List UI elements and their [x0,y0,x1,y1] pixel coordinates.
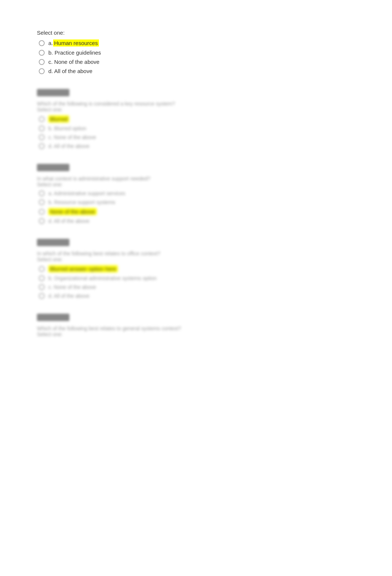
answer-option-3c: None of the above [39,208,355,215]
answer-list-2: Blurred b. Blurred option c. None of the… [39,115,355,149]
radio-4a [39,266,45,272]
answer-list-3: a. Administrative support services b. Re… [39,190,355,224]
radio-3a [39,190,45,196]
answer-option-3d: d. All of the above [39,218,355,224]
answer-option-1c[interactable]: c. None of the above [39,59,355,65]
option-text-2b: b. Blurred option [48,125,86,131]
radio-1c[interactable] [39,59,45,65]
option-text-1a: Human resources [53,39,99,46]
q4-text: In which of the following best relates t… [37,251,355,262]
select-label-1: Select one: [37,30,355,36]
answer-option-3a: a. Administrative support services [39,190,355,196]
question-block-3: Question 7 In what context is administra… [37,164,355,224]
answer-option-1b[interactable]: b. Practice guidelines [39,49,355,56]
radio-3c [39,209,45,215]
q2-text: Which of the following is considered a k… [37,101,355,113]
radio-4c [39,284,45,290]
option-text-1c: c. None of the above [48,59,99,65]
answer-option-1a[interactable]: a. Human resources [39,39,355,46]
option-text-3c: None of the above [48,208,97,215]
radio-3d [39,218,45,224]
radio-2d [39,143,45,149]
option-text-4b: b. Organizational administrative systems… [48,275,157,281]
answer-option-3b: b. Resource support systems [39,199,355,205]
option-text-4c: c. None of the above [48,284,96,290]
answer-list-4: Blurred answer option here b. Organizati… [39,265,355,299]
radio-1b[interactable] [39,50,45,56]
option-text-4a: Blurred answer option here [48,265,118,272]
option-text-2a: Blurred [48,115,69,123]
answer-option-4b: b. Organizational administrative systems… [39,275,355,281]
radio-2c [39,134,45,140]
answer-list-1: a. Human resources b. Practice guideline… [39,39,355,74]
radio-2a [39,116,45,122]
option-text-3d: d. All of the above [48,218,89,224]
question-block-1: Select one: a. Human resources b. Practi… [37,30,355,74]
q4-header: Question 8 [37,239,69,246]
option-text-3b: b. Resource support systems [48,199,115,205]
option-text-4d: d. All of the above [48,293,89,299]
answer-option-2d: d. All of the above [39,143,355,149]
page-container: Select one: a. Human resources b. Practi… [0,0,392,382]
radio-1d[interactable] [39,68,45,74]
radio-1a[interactable] [39,40,45,46]
question-block-4: Question 8 In which of the following bes… [37,239,355,299]
radio-4d [39,293,45,299]
q5-text: Which of the following best relates to g… [37,325,355,337]
question-block-5: Question 9 Which of the following best r… [37,314,355,337]
radio-2b [39,125,45,131]
option-text-1d: d. All of the above [48,68,92,74]
q3-header: Question 7 [37,164,69,171]
answer-option-2c: c. None of the above [39,134,355,140]
answer-option-4a: Blurred answer option here [39,265,355,272]
radio-4b [39,275,45,281]
option-text-3a: a. Administrative support services [48,190,125,196]
question-block-2: Question 6 Which of the following is con… [37,89,355,149]
option-letter-1a: a. [48,40,53,46]
answer-option-4c: c. None of the above [39,284,355,290]
answer-option-1d[interactable]: d. All of the above [39,68,355,74]
q5-header: Question 9 [37,314,69,321]
option-text-1b: b. Practice guidelines [48,49,101,56]
answer-option-4d: d. All of the above [39,293,355,299]
answer-option-2a: Blurred [39,115,355,123]
radio-3b [39,199,45,205]
option-text-2d: d. All of the above [48,143,89,149]
q3-text: In what context is administrative suppor… [37,176,355,187]
answer-option-2b: b. Blurred option [39,125,355,131]
option-text-2c: c. None of the above [48,134,96,140]
q2-header: Question 6 [37,89,69,96]
